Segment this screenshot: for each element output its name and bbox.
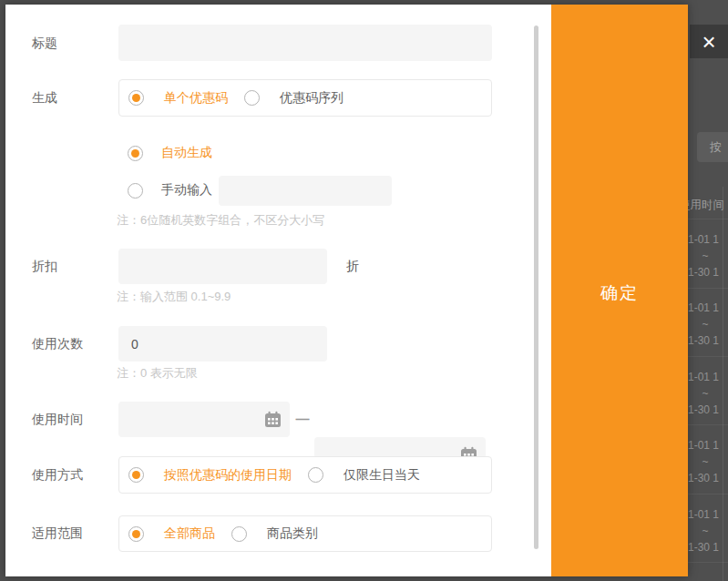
radio-birthday-only[interactable]	[308, 467, 323, 483]
usage-count-input[interactable]	[118, 326, 327, 362]
option-all-products[interactable]: 全部商品	[164, 525, 215, 542]
table-row: 1-01 1 ~ 1-30 1	[688, 506, 727, 556]
background-button-fragment: 按	[697, 132, 728, 162]
table-row-divider	[688, 219, 728, 219]
calendar-icon[interactable]	[264, 411, 282, 428]
usage-time-label: 使用时间	[32, 410, 83, 428]
option-by-coupon-date[interactable]: 按照优惠码的使用日期	[164, 467, 292, 484]
modal-scrollbar[interactable]	[534, 25, 538, 549]
close-icon: ×	[702, 30, 715, 54]
scope-label: 适用范围	[32, 524, 83, 542]
usage-method-label: 使用方式	[32, 465, 83, 484]
table-row: 1-01 1 ~ 1-30 1	[688, 369, 727, 418]
option-birthday-only[interactable]: 仅限生日当天	[343, 467, 420, 484]
manual-input-row: 手动输入	[128, 182, 212, 199]
table-row-divider	[688, 288, 728, 289]
option-coupon-series[interactable]: 优惠码序列	[280, 90, 343, 107]
start-date-field	[118, 402, 290, 437]
auto-generate-row: 自动生成	[128, 145, 212, 161]
title-label: 标题	[32, 34, 57, 52]
radio-product-category[interactable]	[231, 526, 247, 542]
radio-coupon-series[interactable]	[244, 90, 260, 106]
coupon-editor-modal: 标题 生成 单个优惠码 优惠码序列 自动生成 手动输入 注：6位随机英数字组合，…	[5, 5, 688, 576]
generate-type-radio-group: 单个优惠码 优惠码序列	[118, 79, 492, 117]
background-table-header: 使用时间	[688, 198, 724, 212]
discount-note: 注：输入范围 0.1~9.9	[117, 289, 231, 305]
usage-count-note: 注：0 表示无限	[117, 365, 198, 382]
usage-method-radio-group: 按照优惠码的使用日期 仅限生日当天	[118, 456, 492, 494]
table-row-divider	[688, 424, 728, 425]
option-manual-input[interactable]: 手动输入	[161, 182, 212, 199]
table-row-divider	[688, 494, 728, 494]
generate-label: 生成	[32, 88, 57, 107]
confirm-button-label: 确定	[551, 281, 688, 305]
date-range-separator: —	[293, 411, 312, 426]
radio-all-products[interactable]	[128, 526, 144, 542]
manual-code-input[interactable]	[219, 176, 392, 206]
table-row-divider	[688, 356, 728, 357]
generate-note: 注：6位随机英数字组合，不区分大小写	[117, 212, 324, 229]
scope-radio-group: 全部商品 商品类别	[118, 515, 492, 552]
confirm-button[interactable]: 确定	[551, 5, 688, 576]
table-row: 1-01 1 ~ 1-30 1	[688, 437, 727, 486]
option-auto-generate[interactable]: 自动生成	[161, 145, 212, 161]
table-row: 1-01 1 ~ 1-30 1	[688, 231, 727, 280]
discount-unit: 折	[346, 259, 359, 275]
radio-manual-input[interactable]	[128, 183, 143, 199]
radio-auto-generate[interactable]	[128, 146, 143, 161]
radio-single-coupon[interactable]	[128, 90, 144, 106]
option-product-category[interactable]: 商品类别	[267, 525, 318, 542]
option-single-coupon[interactable]: 单个优惠码	[164, 90, 228, 107]
screen: × 按 使用时间 1-01 1 ~ 1-30 1 1-01 1 ~ 1-30 1…	[0, 0, 728, 581]
radio-by-coupon-date[interactable]	[128, 467, 144, 483]
usage-count-label: 使用次数	[32, 334, 83, 352]
discount-label: 折扣	[32, 257, 57, 275]
table-row-divider	[688, 562, 728, 563]
table-row: 1-01 1 ~ 1-30 1	[688, 300, 727, 349]
close-button[interactable]: ×	[690, 25, 728, 58]
discount-input[interactable]	[118, 249, 327, 284]
title-input[interactable]	[118, 25, 492, 61]
